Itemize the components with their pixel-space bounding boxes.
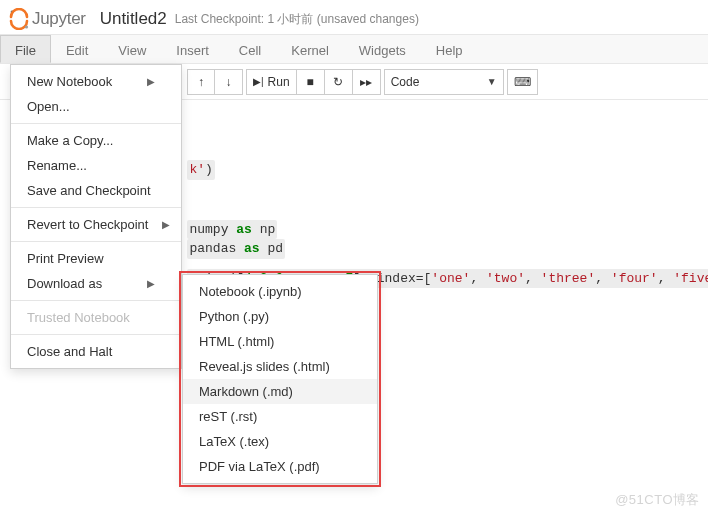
menu-separator bbox=[11, 300, 181, 301]
chevron-down-icon: ▼ bbox=[487, 76, 497, 87]
cell-type-select[interactable]: Code ▼ bbox=[384, 69, 504, 95]
file-revert-checkpoint[interactable]: Revert to Checkpoint▶ bbox=[11, 212, 181, 237]
jupyter-logo-icon bbox=[8, 8, 30, 30]
cell-type-value: Code bbox=[391, 75, 420, 89]
checkpoint-status: Last Checkpoint: 1 小时前 (unsaved changes) bbox=[175, 11, 419, 28]
menu-separator bbox=[11, 207, 181, 208]
run-icon: ▶| bbox=[253, 76, 264, 87]
download-as-submenu: Notebook (.ipynb) Python (.py) HTML (.ht… bbox=[182, 274, 378, 484]
download-pdf[interactable]: PDF via LaTeX (.pdf) bbox=[183, 454, 377, 479]
menu-help[interactable]: Help bbox=[421, 35, 478, 63]
download-md[interactable]: Markdown (.md) bbox=[183, 379, 377, 404]
menu-file[interactable]: File bbox=[0, 35, 51, 63]
jupyter-logo[interactable]: Jupyter bbox=[8, 8, 86, 30]
run-button[interactable]: ▶| Run bbox=[246, 69, 297, 95]
download-reveal[interactable]: Reveal.js slides (.html) bbox=[183, 354, 377, 379]
file-open[interactable]: Open... bbox=[11, 94, 181, 119]
file-save-checkpoint[interactable]: Save and Checkpoint bbox=[11, 178, 181, 203]
fast-forward-icon: ▸▸ bbox=[360, 75, 372, 89]
menu-cell[interactable]: Cell bbox=[224, 35, 276, 63]
menu-separator bbox=[11, 334, 181, 335]
file-print-preview[interactable]: Print Preview bbox=[11, 246, 181, 271]
menu-view[interactable]: View bbox=[103, 35, 161, 63]
file-make-copy[interactable]: Make a Copy... bbox=[11, 128, 181, 153]
stop-icon: ■ bbox=[307, 75, 314, 89]
chevron-right-icon: ▶ bbox=[147, 278, 155, 289]
download-py[interactable]: Python (.py) bbox=[183, 304, 377, 329]
download-tex[interactable]: LaTeX (.tex) bbox=[183, 429, 377, 454]
svg-point-1 bbox=[25, 25, 28, 28]
menu-separator bbox=[11, 241, 181, 242]
interrupt-button[interactable]: ■ bbox=[297, 69, 325, 95]
move-cell-up-button[interactable]: ↑ bbox=[187, 69, 215, 95]
chevron-right-icon: ▶ bbox=[162, 219, 170, 230]
notebook-title[interactable]: Untitled2 bbox=[100, 9, 167, 29]
menubar: File Edit View Insert Cell Kernel Widget… bbox=[0, 34, 708, 64]
watermark: @51CTO博客 bbox=[615, 491, 700, 509]
file-dropdown: New Notebook▶ Open... Make a Copy... Ren… bbox=[10, 64, 182, 369]
menu-insert[interactable]: Insert bbox=[161, 35, 224, 63]
chevron-right-icon: ▶ bbox=[147, 76, 155, 87]
download-ipynb[interactable]: Notebook (.ipynb) bbox=[183, 279, 377, 304]
restart-button[interactable]: ↻ bbox=[325, 69, 353, 95]
file-close-halt[interactable]: Close and Halt bbox=[11, 339, 181, 364]
file-rename[interactable]: Rename... bbox=[11, 153, 181, 178]
restart-run-all-button[interactable]: ▸▸ bbox=[353, 69, 381, 95]
move-cell-down-button[interactable]: ↓ bbox=[215, 69, 243, 95]
download-html[interactable]: HTML (.html) bbox=[183, 329, 377, 354]
file-download-as[interactable]: Download as▶ bbox=[11, 271, 181, 296]
arrow-down-icon: ↓ bbox=[226, 75, 232, 89]
menu-widgets[interactable]: Widgets bbox=[344, 35, 421, 63]
menu-edit[interactable]: Edit bbox=[51, 35, 103, 63]
arrow-up-icon: ↑ bbox=[198, 75, 204, 89]
download-rst[interactable]: reST (.rst) bbox=[183, 404, 377, 429]
menu-separator bbox=[11, 123, 181, 124]
run-label: Run bbox=[268, 75, 290, 89]
command-palette-button[interactable]: ⌨ bbox=[507, 69, 538, 95]
file-new-notebook[interactable]: New Notebook▶ bbox=[11, 69, 181, 94]
logo-text: Jupyter bbox=[32, 9, 86, 29]
file-trusted-notebook: Trusted Notebook bbox=[11, 305, 181, 330]
restart-icon: ↻ bbox=[333, 75, 343, 89]
keyboard-icon: ⌨ bbox=[514, 75, 531, 89]
menu-kernel[interactable]: Kernel bbox=[276, 35, 344, 63]
